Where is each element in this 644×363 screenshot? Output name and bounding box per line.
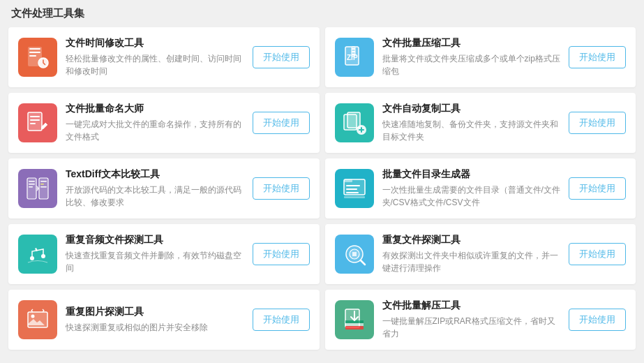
svg-rect-31: [346, 188, 357, 190]
svg-rect-30: [346, 185, 360, 186]
tool-card-dup-file: 重复文件探测工具 有效探测出文件夹中相似或许重复的文件，并一键进行清理操作 开始…: [325, 224, 636, 284]
tool-btn-file-rename[interactable]: 开始使用: [253, 112, 310, 134]
tool-desc-file-zip: 批量将文件或文件夹压缩成多个或单个zip格式压缩包: [382, 52, 561, 77]
tool-title-file-rename: 文件批量命名大师: [66, 103, 244, 115]
tool-desc-dup-image: 快速探测重复或相似的图片并安全移除: [66, 321, 244, 334]
svg-rect-1: [29, 48, 40, 50]
tool-icon-dup-audio: [18, 235, 57, 274]
tool-content-file-copy: 文件自动复制工具 快速准随地复制、备份文件夹，支持源文件夹和目标文件夹: [382, 103, 561, 143]
svg-rect-2: [29, 52, 40, 53]
svg-rect-42: [345, 326, 364, 329]
svg-rect-29: [344, 179, 352, 182]
tool-icon-text-diff: [18, 169, 57, 208]
tool-icon-dir-gen: [335, 169, 374, 208]
svg-rect-3: [29, 55, 36, 57]
tool-content-dup-audio: 重复音频文件探测工具 快速查找重复音频文件并删除，有效节约磁盘空间: [66, 234, 244, 274]
tool-desc-file-copy: 快速准随地复制、备份文件夹，支持源文件夹和目标文件夹: [382, 118, 561, 143]
svg-rect-12: [352, 54, 355, 55]
tool-content-file-unzip: 文件批量解压工具 一键批量解压ZIP或RAR格式压缩文件，省时又省力: [382, 299, 561, 340]
tool-title-dup-image: 重复图片探测工具: [66, 306, 244, 318]
tool-card-file-zip: ZIP 文件批量压缩工具 批量将文件或文件夹压缩成多个或单个zip格式压缩包 开…: [325, 27, 636, 87]
tool-desc-dir-gen: 一次性批量生成需要的文件目录（普通文件/文件夹/CSV格式文件/CSV文件: [382, 184, 561, 209]
tool-btn-dir-gen[interactable]: 开始使用: [569, 177, 626, 200]
svg-rect-33: [344, 196, 365, 198]
tool-btn-dup-audio[interactable]: 开始使用: [253, 243, 310, 265]
tool-title-file-copy: 文件自动复制工具: [382, 103, 561, 115]
svg-rect-25: [40, 181, 47, 182]
svg-line-38: [361, 260, 365, 265]
svg-rect-16: [30, 123, 36, 124]
svg-rect-23: [29, 184, 35, 185]
tool-icon-dup-file: [335, 235, 374, 274]
tool-card-file-rename: 文件批量命名大师 一键完成对大批文件的重命名操作，支持所有的文件格式 开始使用: [8, 93, 320, 153]
tool-title-text-diff: TextDiff文本比较工具: [66, 168, 244, 181]
tool-btn-file-zip[interactable]: 开始使用: [569, 46, 626, 68]
tool-content-text-diff: TextDiff文本比较工具 开放源代码的文本比较工具，满足一般的源代码比较、修…: [66, 168, 244, 209]
tool-icon-file-unzip: [335, 300, 374, 339]
tool-desc-dup-file: 有效探测出文件夹中相似或许重复的文件，并一键进行清理操作: [382, 249, 561, 274]
tool-title-file-time: 文件时间修改工具: [66, 37, 244, 50]
tool-title-dup-audio: 重复音频文件探测工具: [66, 234, 244, 246]
svg-rect-22: [29, 181, 35, 182]
tool-desc-file-unzip: 一键批量解压ZIP或RAR格式压缩文件，省时又省力: [382, 315, 561, 340]
svg-rect-18: [347, 112, 360, 128]
svg-rect-43: [345, 323, 364, 326]
tool-content-file-zip: 文件批量压缩工具 批量将文件或文件夹压缩成多个或单个zip格式压缩包: [382, 37, 561, 77]
tool-card-dir-gen: 批量文件目录生成器 一次性批量生成需要的文件目录（普通文件/文件夹/CSV格式文…: [325, 158, 636, 218]
tool-content-dup-file: 重复文件探测工具 有效探测出文件夹中相似或许重复的文件，并一键进行清理操作: [382, 234, 561, 274]
tool-btn-file-unzip[interactable]: 开始使用: [569, 309, 626, 331]
page-container: 文件处理工具集 文件时间修改工具 轻松批量修改文件的属性、创建时间、访问时间和修…: [0, 0, 644, 363]
svg-rect-24: [29, 186, 33, 188]
tool-icon-file-zip: ZIP: [335, 38, 374, 77]
svg-point-34: [30, 256, 34, 260]
tool-content-file-rename: 文件批量命名大师 一键完成对大批文件的重命名操作，支持所有的文件格式: [66, 103, 244, 143]
svg-rect-14: [30, 116, 40, 117]
tool-btn-text-diff[interactable]: 开始使用: [253, 177, 310, 200]
tool-card-dup-image: 重复图片探测工具 快速探测重复或相似的图片并安全移除 开始使用: [8, 290, 320, 350]
svg-rect-26: [40, 184, 44, 185]
svg-point-35: [41, 254, 45, 258]
tool-desc-text-diff: 开放源代码的文本比较工具，满足一般的源代码比较、修改要求: [66, 184, 244, 209]
tool-icon-file-time: [18, 38, 57, 77]
tool-title-file-zip: 文件批量压缩工具: [382, 37, 561, 50]
svg-rect-10: [352, 48, 355, 50]
tool-icon-file-rename: [18, 103, 57, 142]
tool-content-file-time: 文件时间修改工具 轻松批量修改文件的属性、创建时间、访问时间和修改时间: [66, 37, 244, 77]
tools-grid: 文件时间修改工具 轻松批量修改文件的属性、创建时间、访问时间和修改时间 开始使用…: [8, 27, 636, 350]
tool-card-file-time: 文件时间修改工具 轻松批量修改文件的属性、创建时间、访问时间和修改时间 开始使用: [8, 27, 320, 87]
tool-desc-dup-audio: 快速查找重复音频文件并删除，有效节约磁盘空间: [66, 249, 244, 274]
tool-card-file-copy: 文件自动复制工具 快速准随地复制、备份文件夹，支持源文件夹和目标文件夹 开始使用: [325, 93, 636, 153]
page-title: 文件处理工具集: [8, 7, 636, 20]
tool-content-dir-gen: 批量文件目录生成器 一次性批量生成需要的文件目录（普通文件/文件夹/CSV格式文…: [382, 168, 561, 209]
tool-card-dup-audio: 重复音频文件探测工具 快速查找重复音频文件并删除，有效节约磁盘空间 开始使用: [8, 224, 320, 284]
tool-content-dup-image: 重复图片探测工具 快速探测重复或相似的图片并安全移除: [66, 306, 244, 334]
tool-title-dir-gen: 批量文件目录生成器: [382, 168, 561, 181]
svg-rect-27: [40, 186, 47, 188]
svg-rect-13: [28, 112, 42, 131]
svg-rect-11: [352, 51, 355, 52]
tool-icon-dup-image: [18, 300, 57, 339]
svg-point-40: [31, 315, 35, 318]
tool-btn-dup-file[interactable]: 开始使用: [569, 243, 626, 265]
tool-desc-file-rename: 一键完成对大批文件的重命名操作，支持所有的文件格式: [66, 118, 244, 143]
tool-card-file-unzip: 文件批量解压工具 一键批量解压ZIP或RAR格式压缩文件，省时又省力 开始使用: [325, 290, 636, 350]
svg-rect-32: [346, 192, 359, 193]
tool-btn-file-copy[interactable]: 开始使用: [569, 112, 626, 134]
tool-btn-dup-image[interactable]: 开始使用: [253, 309, 310, 331]
tool-card-text-diff: TextDiff文本比较工具 开放源代码的文本比较工具，满足一般的源代码比较、修…: [8, 158, 320, 218]
tool-title-dup-file: 重复文件探测工具: [382, 234, 561, 246]
svg-rect-15: [30, 119, 40, 121]
tool-icon-file-copy: [335, 103, 374, 142]
tool-title-file-unzip: 文件批量解压工具: [382, 299, 561, 312]
tool-btn-file-time[interactable]: 开始使用: [253, 46, 310, 68]
tool-desc-file-time: 轻松批量修改文件的属性、创建时间、访问时间和修改时间: [66, 52, 244, 77]
